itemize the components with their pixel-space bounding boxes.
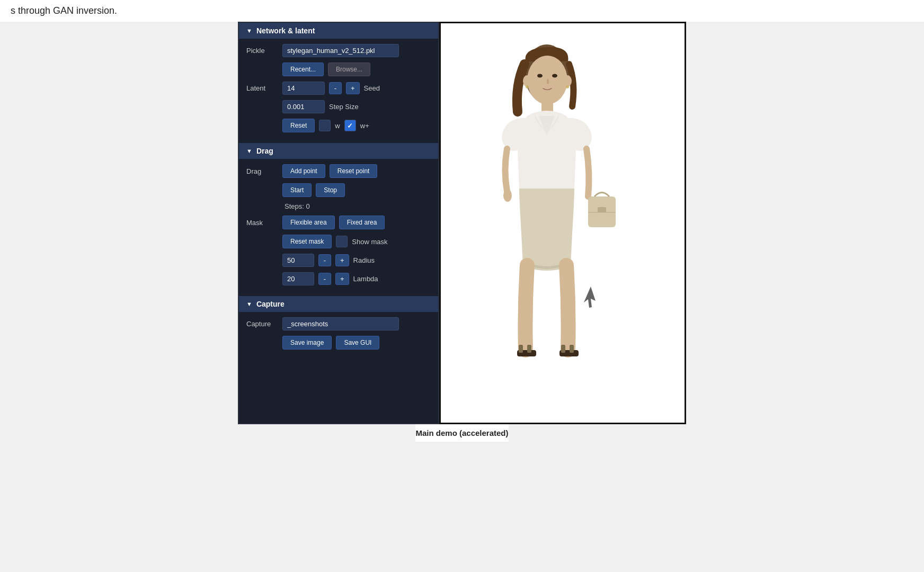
capture-body: Capture Save image Save GUI	[239, 312, 438, 360]
image-area	[441, 23, 685, 423]
svg-point-9	[566, 85, 569, 88]
capture-section-label: Capture	[256, 300, 285, 308]
svg-rect-19	[598, 207, 606, 212]
show-mask-checkbox[interactable]	[336, 236, 348, 247]
svg-point-4	[537, 74, 543, 78]
drag-body: Drag Add point Reset point Start Stop St…	[239, 159, 438, 296]
capture-path-row: Capture	[246, 317, 431, 330]
drag-section-label: Drag	[256, 147, 273, 155]
save-gui-button[interactable]: Save GUI	[336, 336, 379, 350]
radius-minus-button[interactable]: -	[318, 254, 331, 266]
latent-row: Latent - + Seed	[246, 82, 431, 95]
header-text: s through GAN inversion.	[11, 5, 117, 16]
svg-point-10	[503, 189, 512, 202]
svg-point-7	[563, 75, 572, 87]
reset-button[interactable]: Reset	[282, 119, 315, 132]
add-point-button[interactable]: Add point	[282, 164, 325, 178]
caption-text: Main demo (accelerated)	[415, 428, 508, 437]
caption-area: Main demo (accelerated)	[415, 424, 508, 442]
capture-triangle-icon: ▼	[246, 301, 252, 307]
svg-rect-16	[570, 345, 574, 353]
mask-label: Mask	[246, 219, 278, 227]
svg-point-6	[523, 75, 531, 87]
start-stop-row: Start Stop	[282, 183, 431, 197]
latent-label: Latent	[246, 84, 278, 92]
pickle-row: Pickle	[246, 44, 431, 57]
reset-point-button[interactable]: Reset point	[330, 164, 378, 178]
checkmark-icon: ✓	[347, 122, 353, 130]
w-checked-checkbox[interactable]: ✓	[344, 120, 356, 131]
svg-point-8	[526, 85, 529, 88]
svg-rect-12	[519, 345, 523, 353]
fashion-figure-svg	[441, 32, 685, 414]
pickle-label: Pickle	[246, 47, 278, 55]
mask-area-row: Mask Flexible area Fixed area	[246, 216, 431, 229]
flexible-area-button[interactable]: Flexible area	[282, 216, 335, 229]
lambda-minus-button[interactable]: -	[318, 273, 331, 285]
left-panel: ▼ Network & latent Pickle Recent... Brow…	[238, 22, 439, 424]
svg-rect-15	[561, 345, 565, 353]
w-checkbox[interactable]	[319, 120, 331, 131]
capture-section-header[interactable]: ▼ Capture	[239, 296, 438, 312]
drag-label: Drag	[246, 167, 278, 175]
fixed-area-button[interactable]: Fixed area	[339, 216, 385, 229]
svg-rect-13	[527, 345, 531, 353]
reset-row: Reset w ✓ w+	[282, 119, 431, 132]
latent-minus-button[interactable]: -	[329, 82, 342, 94]
radius-input[interactable]	[282, 254, 314, 267]
add-reset-point-row: Drag Add point Reset point	[246, 164, 431, 178]
radius-label: Radius	[353, 256, 375, 264]
capture-path-input[interactable]	[282, 317, 399, 330]
drag-section-header[interactable]: ▼ Drag	[239, 143, 438, 159]
network-latent-label: Network & latent	[256, 26, 315, 35]
network-latent-section-header[interactable]: ▼ Network & latent	[239, 23, 438, 39]
pickle-input[interactable]	[282, 44, 399, 57]
page-header: s through GAN inversion.	[0, 0, 924, 22]
lambda-row: - + Lambda	[282, 272, 431, 285]
browse-button[interactable]: Browse...	[328, 62, 370, 76]
stop-button[interactable]: Stop	[316, 183, 345, 197]
latent-plus-button[interactable]: +	[346, 82, 360, 94]
image-preview-panel	[439, 22, 686, 424]
steps-row: Steps: 0	[282, 202, 431, 210]
drag-triangle-icon: ▼	[246, 148, 252, 154]
reset-show-mask-row: Reset mask Show mask	[282, 235, 431, 248]
network-latent-triangle-icon: ▼	[246, 28, 252, 34]
capture-label: Capture	[246, 320, 278, 328]
radius-row: - + Radius	[282, 254, 431, 267]
w-label: w	[335, 122, 340, 130]
network-latent-body: Pickle Recent... Browse... Latent - + Se…	[239, 39, 438, 143]
w-plus-label: w+	[360, 122, 369, 130]
show-mask-label: Show mask	[352, 238, 387, 246]
step-size-input[interactable]	[282, 100, 325, 113]
latent-input[interactable]	[282, 82, 325, 95]
step-size-row: Step Size	[282, 100, 431, 113]
lambda-input[interactable]	[282, 272, 314, 285]
seed-label: Seed	[364, 84, 380, 92]
step-size-label: Step Size	[329, 103, 359, 111]
reset-mask-button[interactable]: Reset mask	[282, 235, 332, 248]
start-button[interactable]: Start	[282, 183, 312, 197]
lambda-label: Lambda	[353, 275, 378, 283]
svg-point-5	[552, 74, 557, 78]
lambda-plus-button[interactable]: +	[335, 273, 349, 285]
save-row: Save image Save GUI	[282, 336, 431, 350]
recent-browse-row: Recent... Browse...	[282, 62, 431, 76]
steps-text: Steps: 0	[285, 202, 310, 210]
recent-button[interactable]: Recent...	[282, 62, 324, 76]
save-image-button[interactable]: Save image	[282, 336, 332, 350]
radius-plus-button[interactable]: +	[335, 254, 349, 266]
